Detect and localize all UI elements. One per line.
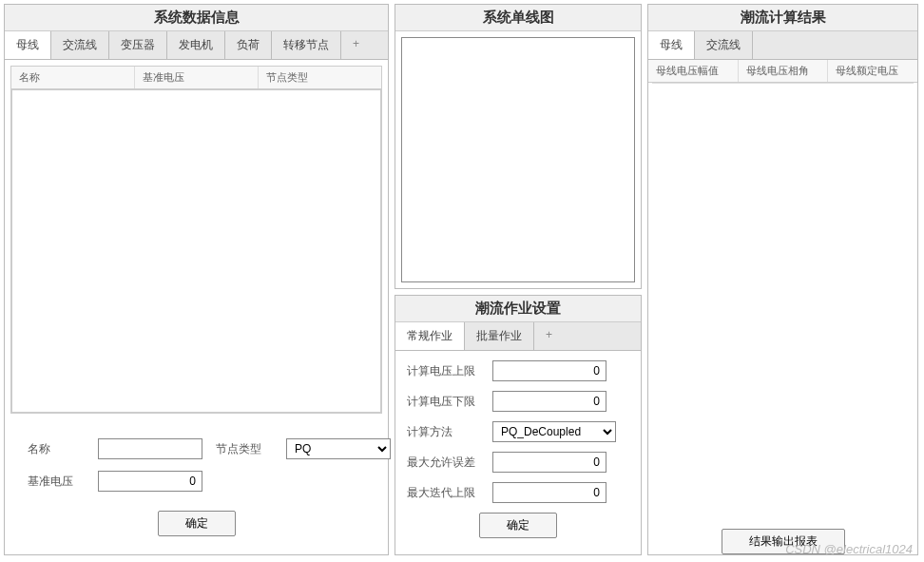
method-select[interactable]: PQ_DeCoupled: [492, 421, 616, 442]
node-type-select[interactable]: PQ: [286, 438, 391, 459]
tab-acline[interactable]: 交流线: [51, 31, 109, 59]
tab-bus[interactable]: 母线: [5, 31, 51, 59]
tab-generator[interactable]: 发电机: [167, 31, 225, 59]
settings-tabs: 常规作业 批量作业 +: [395, 322, 641, 351]
col-base-voltage: 基准电压: [135, 67, 259, 88]
settings-panel: 潮流作业设置 常规作业 批量作业 + 计算电压上限 计算电压下限 计算方法: [395, 295, 642, 555]
system-data-panel: 系统数据信息 母线 交流线 变压器 发电机 负荷 转移节点 + 名称 基准电压 …: [4, 4, 389, 555]
tab-load[interactable]: 负荷: [225, 31, 272, 59]
tol-input[interactable]: [492, 452, 606, 473]
bus-table-header: 名称 基准电压 节点类型: [11, 67, 381, 89]
settings-submit-button[interactable]: 确定: [479, 513, 557, 538]
settings-add-tab-icon[interactable]: +: [534, 322, 564, 350]
name-input[interactable]: [98, 438, 202, 459]
vlower-label: 计算电压下限: [407, 394, 483, 410]
add-tab-icon[interactable]: +: [341, 31, 371, 59]
results-table-body[interactable]: [652, 83, 914, 487]
bus-submit-button[interactable]: 确定: [158, 511, 236, 536]
results-tabs: 母线 交流线: [648, 31, 917, 60]
system-data-title: 系统数据信息: [5, 5, 388, 31]
bus-table-body[interactable]: [11, 89, 381, 413]
results-panel: 潮流计算结果 母线 交流线 母线电压幅值 母线电压相角 母线额定电压 结果输出报…: [647, 4, 918, 555]
col-vmag: 母线电压幅值: [648, 60, 739, 82]
base-voltage-input[interactable]: [98, 471, 202, 492]
tab-transformer[interactable]: 变压器: [109, 31, 167, 59]
col-node-type: 节点类型: [259, 67, 381, 88]
vupper-input[interactable]: [492, 360, 606, 381]
results-table-header: 母线电压幅值 母线电压相角 母线额定电压: [648, 60, 917, 83]
col-vrated: 母线额定电压: [828, 60, 917, 82]
settings-form: 计算电压上限 计算电压下限 计算方法 PQ_DeCoupled 最大允许误差: [395, 351, 641, 548]
col-vangle: 母线电压相角: [739, 60, 829, 82]
bus-table: 名称 基准电压 节点类型: [10, 66, 382, 414]
maxiter-input[interactable]: [492, 482, 606, 503]
tab-normal-job[interactable]: 常规作业: [395, 322, 465, 350]
results-title: 潮流计算结果: [648, 5, 917, 31]
diagram-panel: 系统单线图: [395, 4, 642, 289]
tol-label: 最大允许误差: [407, 455, 483, 471]
results-tab-acline[interactable]: 交流线: [695, 31, 753, 59]
vupper-label: 计算电压上限: [407, 363, 483, 379]
method-label: 计算方法: [407, 424, 483, 440]
settings-title: 潮流作业设置: [395, 296, 641, 322]
node-type-label: 节点类型: [216, 441, 273, 457]
watermark: CSDN @electrical1024: [785, 542, 913, 556]
bus-form: 名称 节点类型 PQ 基准电压: [5, 419, 388, 501]
diagram-title: 系统单线图: [395, 5, 641, 31]
name-label: 名称: [28, 441, 85, 457]
base-voltage-label: 基准电压: [28, 474, 85, 490]
tab-batch-job[interactable]: 批量作业: [465, 322, 534, 350]
maxiter-label: 最大迭代上限: [407, 485, 483, 501]
results-tab-bus[interactable]: 母线: [648, 31, 695, 59]
system-data-tabs: 母线 交流线 变压器 发电机 负荷 转移节点 +: [5, 31, 388, 60]
tab-transfer-node[interactable]: 转移节点: [272, 31, 341, 59]
col-name: 名称: [11, 67, 135, 88]
vlower-input[interactable]: [492, 391, 606, 412]
diagram-canvas[interactable]: [401, 37, 635, 282]
